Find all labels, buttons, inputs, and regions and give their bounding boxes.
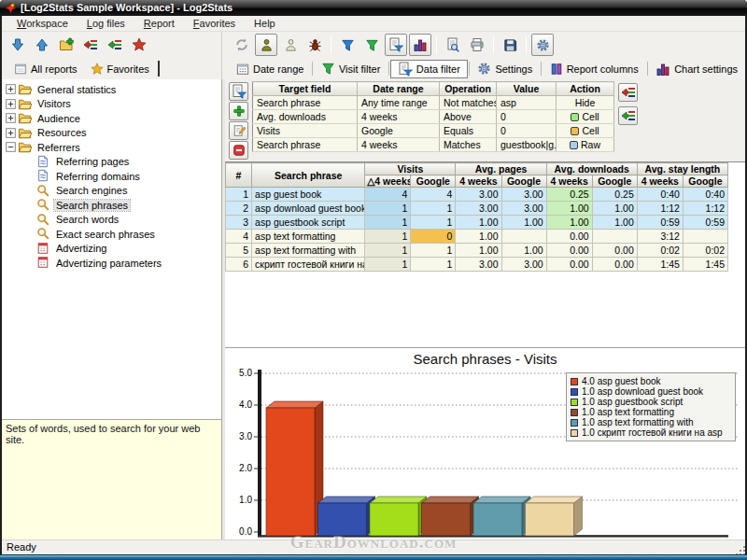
resize-grip[interactable]: [740, 550, 741, 552]
tree-item-advertizing[interactable]: Advertizing: [2, 242, 221, 257]
copy-filters-green-button[interactable]: [618, 106, 638, 125]
menu-report[interactable]: Report: [134, 16, 184, 32]
filter-action-cell: Cell: [557, 124, 614, 138]
filter-row[interactable]: Search phrase4 weeksMatchesguestbook|g..…: [253, 138, 614, 152]
col-group-avg-pages[interactable]: Avg. pages: [456, 163, 546, 175]
menu-help[interactable]: Help: [245, 16, 285, 32]
col-group-visits[interactable]: Visits: [365, 163, 456, 175]
report-toolbar: [225, 32, 745, 58]
report-row[interactable]: 6скрипт гостевой книги на asp113.003.000…: [226, 258, 728, 272]
print-button[interactable]: [466, 34, 488, 56]
expand-toggle-plus-icon[interactable]: [6, 84, 16, 94]
value-cell: 1.00: [546, 202, 592, 216]
col-header-search-phrase[interactable]: Search phrase: [252, 163, 365, 188]
report-row[interactable]: 1asp guest book443.003.000.250.250:400:4…: [226, 188, 728, 202]
show-spiders-button[interactable]: [303, 34, 326, 56]
funnel-green-icon: [321, 62, 335, 76]
report-settings-button[interactable]: [531, 34, 554, 56]
show-visitors-alt-button[interactable]: [279, 34, 302, 56]
show-chart-button[interactable]: [409, 34, 431, 56]
visit-filter-button[interactable]: [360, 34, 383, 56]
col-subheader-google[interactable]: Google: [683, 175, 727, 188]
search-phrase-cell: asp text formatting: [252, 230, 365, 244]
delete-filter-button[interactable]: [229, 141, 248, 160]
bar-asp-text-formatting-with: [473, 497, 530, 536]
tree-item-audience[interactable]: Audience: [2, 111, 221, 126]
filter-action-label: Raw: [581, 139, 600, 150]
col-subheader-google[interactable]: Google: [592, 175, 637, 188]
row-number-cell: 2: [226, 202, 252, 216]
toolbar-separator: [493, 35, 494, 54]
tab-settings[interactable]: Settings: [470, 60, 540, 78]
tree-item-search-phrases[interactable]: Search phrases: [2, 198, 221, 213]
tree-item-resources[interactable]: Resources: [2, 126, 221, 141]
filter-row[interactable]: Avg. downloads4 weeksAbove0Cell: [253, 110, 614, 124]
filter-properties-button[interactable]: [229, 82, 248, 101]
preview-button[interactable]: [442, 34, 464, 56]
report-row[interactable]: 5asp text formatting with111.001.000.000…: [226, 244, 728, 258]
menu-favorites[interactable]: Favorites: [184, 16, 245, 32]
data-filter-button[interactable]: [385, 34, 407, 56]
magnifier-icon: [36, 184, 50, 198]
bar-asp-guest-book: [266, 401, 323, 536]
expand-toggle-plus-icon[interactable]: [6, 99, 16, 109]
tab-visit-filter[interactable]: Visit filter: [314, 60, 388, 78]
new-folder-button[interactable]: [55, 34, 78, 56]
value-cell: 1.00: [456, 216, 501, 230]
tree-item-exact-search-phrases[interactable]: Exact search phrases: [2, 227, 221, 242]
filter-row[interactable]: VisitsGoogleEquals0Cell: [253, 124, 614, 138]
value-cell: 0:02: [637, 244, 683, 258]
legend-swatch: [571, 429, 578, 437]
refresh-button[interactable]: [231, 34, 253, 56]
tree-item-referrers[interactable]: Referrers: [2, 140, 221, 155]
add-favorites-button[interactable]: [128, 34, 150, 56]
legend-swatch: [571, 419, 578, 427]
tree-item-referring-domains[interactable]: Referring domains: [2, 169, 221, 184]
filter-row[interactable]: Search phraseAny time rangeNot matchesas…: [253, 96, 614, 110]
col-subheader-google[interactable]: Google: [501, 175, 546, 188]
report-row[interactable]: 2asp download guest book113.003.001.001.…: [226, 202, 728, 216]
col-group-avg-downloads[interactable]: Avg. downloads: [546, 163, 637, 175]
data-filter-icon: [388, 37, 403, 52]
col-subheader-4-weeks[interactable]: △4 weeks: [365, 175, 411, 188]
tree-item-search-engines[interactable]: Search engines: [2, 184, 221, 199]
filter-button[interactable]: [336, 34, 359, 56]
tree-item-referring-pages[interactable]: Referring pages: [2, 155, 221, 170]
tree-item-advertizing-parameters[interactable]: Advertizing parameters: [2, 256, 221, 271]
col-subheader-4-weeks[interactable]: 4 weeks: [456, 175, 501, 188]
sidebar-tab-all-reports[interactable]: All reports: [7, 61, 84, 77]
col-subheader-4-weeks[interactable]: 4 weeks: [546, 175, 592, 188]
expand-toggle-plus-icon[interactable]: [6, 128, 16, 138]
export-log-files-button[interactable]: [31, 34, 53, 56]
tab-label: Report columns: [567, 63, 639, 75]
tree-item-visitors[interactable]: Visitors: [2, 97, 221, 112]
col-group-avg-stay-length[interactable]: Avg. stay length: [637, 163, 727, 175]
move-report-red-button[interactable]: [79, 34, 102, 56]
tree-item-search-words[interactable]: Search words: [2, 213, 221, 228]
col-subheader-google[interactable]: Google: [411, 175, 456, 188]
col-header-number[interactable]: #: [226, 163, 252, 188]
report-row[interactable]: 4asp text formatting101.000.003:12: [226, 230, 728, 244]
move-report-green-button[interactable]: [104, 34, 126, 56]
tab-chart-settings[interactable]: Chart settings: [648, 60, 745, 78]
menu-workspace[interactable]: Workspace: [7, 16, 78, 32]
expand-toggle-plus-icon[interactable]: [6, 113, 16, 123]
app-window: [Log2Stats Sample Workspace] - Log2Stats…: [0, 0, 747, 560]
import-log-files-button[interactable]: [7, 34, 29, 56]
menu-log-files[interactable]: Log files: [78, 16, 134, 32]
value-cell: 1:45: [683, 258, 727, 272]
tab-date-range[interactable]: Date range: [229, 60, 311, 78]
report-row[interactable]: 3asp guestbook script111.001.001.001.000…: [226, 216, 728, 230]
sidebar-tab-favorites[interactable]: Favorites: [84, 61, 156, 77]
save-button[interactable]: [499, 34, 521, 56]
add-filter-button[interactable]: [229, 102, 248, 120]
copy-filters-red-button[interactable]: [618, 83, 638, 102]
legend-entry: 4.0 asp guest book: [571, 376, 731, 386]
tree-item-general-statistics[interactable]: General statistics: [2, 82, 221, 97]
tab-report-columns[interactable]: Report columns: [543, 60, 646, 78]
show-visitors-button[interactable]: [255, 34, 277, 56]
edit-filter-button[interactable]: [229, 121, 248, 140]
tab-data-filter[interactable]: Data filter: [390, 60, 468, 78]
expand-toggle-minus-icon[interactable]: [6, 142, 16, 152]
col-subheader-4-weeks[interactable]: 4 weeks: [637, 175, 683, 188]
